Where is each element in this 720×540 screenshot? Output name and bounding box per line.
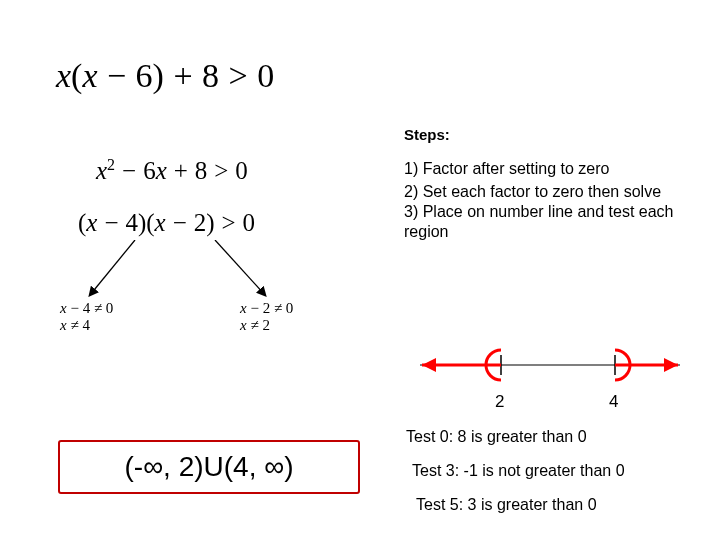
expanded-inequality: x2 − 6x + 8 > 0 [96, 156, 248, 185]
answer-interval: (-∞, 2)U(4, ∞) [58, 440, 360, 494]
step-2-3: 2) Set each factor to zero then solve 3)… [404, 182, 684, 242]
factor-left: x − 4 ≠ 0 x ≠ 4 [60, 300, 113, 334]
factored-inequality: (x − 4)(x − 2) > 0 [78, 208, 255, 237]
factor-right-line1: x − 2 ≠ 0 [240, 300, 293, 317]
factor-right: x − 2 ≠ 0 x ≠ 2 [240, 300, 293, 334]
svg-marker-6 [422, 358, 436, 372]
factor-left-line1: x − 4 ≠ 0 [60, 300, 113, 317]
svg-line-0 [90, 240, 135, 295]
step-1: 1) Factor after setting to zero [404, 160, 684, 178]
factor-right-line2: x ≠ 2 [240, 317, 293, 334]
steps-heading: Steps: [404, 126, 450, 143]
slide: x(x − 6) + 8 > 0 x2 − 6x + 8 > 0 (x − 4)… [0, 0, 720, 540]
svg-marker-8 [664, 358, 678, 372]
number-line [400, 340, 680, 390]
tick-label-4: 4 [609, 392, 618, 412]
tick-label-2: 2 [495, 392, 504, 412]
test-5: Test 5: 3 is greater than 0 [416, 496, 597, 514]
test-0: Test 0: 8 is greater than 0 [406, 428, 587, 446]
main-inequality: x(x − 6) + 8 > 0 [56, 56, 274, 95]
factor-left-line2: x ≠ 4 [60, 317, 113, 334]
svg-line-1 [215, 240, 265, 295]
answer-text: (-∞, 2)U(4, ∞) [124, 451, 293, 483]
split-arrows-icon [60, 240, 340, 300]
test-3: Test 3: -1 is not greater than 0 [412, 462, 625, 480]
